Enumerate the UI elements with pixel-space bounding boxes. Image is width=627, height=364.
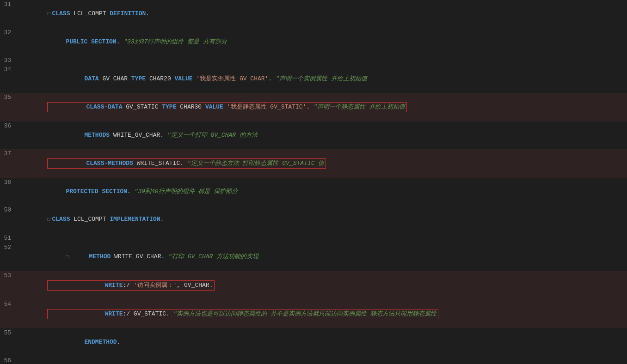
line-content-37: CLASS-METHODS WRITE_STATIC. "定义一个静态方法 打印… <box>18 149 625 178</box>
line-num-37: 37 <box>0 149 18 158</box>
box-35: CLASS-DATA GV_STATIC TYPE CHAR30 VALUE '… <box>47 102 406 112</box>
line-num-55: 55 <box>0 328 18 338</box>
code-line-32: 32 PUBLIC SECTION. "33到37行声明的组件 都是 共有部分 <box>0 28 627 56</box>
code-line-38: 38 PROTECTED SECTION. "39到40行声明的组件 都是 保护… <box>0 178 627 206</box>
code-line-36: 36 METHODS WRITE_GV_CHAR. "定义一个打印 GV_CHA… <box>0 121 627 149</box>
line-num-54: 54 <box>0 300 18 309</box>
line-num-34: 34 <box>0 65 18 74</box>
code-line-37: 37 CLASS-METHODS WRITE_STATIC. "定义一个静态方法… <box>0 149 627 178</box>
code-line-54: 54 WRITE:/ GV_STATIC. "实例方法也是可以访问静态属性的 并… <box>0 300 627 328</box>
code-line-52: 52 □METHOD WRITE_GV_CHAR. "打印 GV_CHAR 方法… <box>0 243 627 271</box>
line-content-34: DATA GV_CHAR TYPE CHAR20 VALUE '我是实例属性 G… <box>18 65 625 93</box>
line-content-53: WRITE:/ '访问实例属：', GV_CHAR. <box>18 271 625 300</box>
line-content-55: ENDMETHOD. <box>18 328 625 356</box>
line-num-36: 36 <box>0 121 18 131</box>
line-content-52: □METHOD WRITE_GV_CHAR. "打印 GV_CHAR 方法功能的… <box>18 243 625 271</box>
code-line-56: 56 <box>0 356 627 364</box>
code-line-33: 33 <box>0 56 627 65</box>
code-line-55: 55 ENDMETHOD. <box>0 328 627 356</box>
line-num-35: 35 <box>0 93 18 102</box>
line-num-38: 38 <box>0 178 18 187</box>
line-content-36: METHODS WRITE_GV_CHAR. "定义一个打印 GV_CHAR 的… <box>18 121 625 149</box>
line-num-33: 33 <box>0 56 18 65</box>
code-line-31: 31 □CLASS LCL_COMPT DEFINITION. <box>0 0 627 28</box>
collapse-52[interactable]: □ <box>66 255 68 260</box>
line-num-31: 31 <box>0 0 18 9</box>
code-line-51: 51 <box>0 234 627 243</box>
line-content-54: WRITE:/ GV_STATIC. "实例方法也是可以访问静态属性的 并不是实… <box>18 300 625 328</box>
box-37: CLASS-METHODS WRITE_STATIC. "定义一个静态方法 打印… <box>47 158 326 169</box>
line-content-38: PROTECTED SECTION. "39到40行声明的组件 都是 保护部分 <box>18 178 625 206</box>
line-num-32: 32 <box>0 28 18 37</box>
code-line-34: 34 DATA GV_CHAR TYPE CHAR20 VALUE '我是实例属… <box>0 65 627 93</box>
line-content-32: PUBLIC SECTION. "33到37行声明的组件 都是 共有部分 <box>18 28 625 56</box>
line-num-56: 56 <box>0 356 18 364</box>
collapse-50[interactable]: □ <box>47 217 50 222</box>
code-line-50: 50 □CLASS LCL_COMPT IMPLEMENTATION. <box>0 206 627 234</box>
code-container: 31 □CLASS LCL_COMPT DEFINITION. 32 PUBLI… <box>0 0 627 364</box>
code-line-53: 53 WRITE:/ '访问实例属：', GV_CHAR. <box>0 271 627 300</box>
editor-area: 31 □CLASS LCL_COMPT DEFINITION. 32 PUBLI… <box>0 0 627 364</box>
line-content-35: CLASS-DATA GV_STATIC TYPE CHAR30 VALUE '… <box>18 93 625 121</box>
line-num-52: 52 <box>0 243 18 252</box>
line-num-53: 53 <box>0 271 18 280</box>
box-54: WRITE:/ GV_STATIC. "实例方法也是可以访问静态属性的 并不是实… <box>47 309 438 319</box>
box-53: WRITE:/ '访问实例属：', GV_CHAR. <box>47 280 215 291</box>
line-num-50: 50 <box>0 206 18 215</box>
line-content-31: □CLASS LCL_COMPT DEFINITION. <box>18 0 625 28</box>
code-line-35: 35 CLASS-DATA GV_STATIC TYPE CHAR30 VALU… <box>0 93 627 121</box>
collapse-31[interactable]: □ <box>47 12 50 17</box>
line-content-50: □CLASS LCL_COMPT IMPLEMENTATION. <box>18 206 625 234</box>
line-num-51: 51 <box>0 234 18 243</box>
